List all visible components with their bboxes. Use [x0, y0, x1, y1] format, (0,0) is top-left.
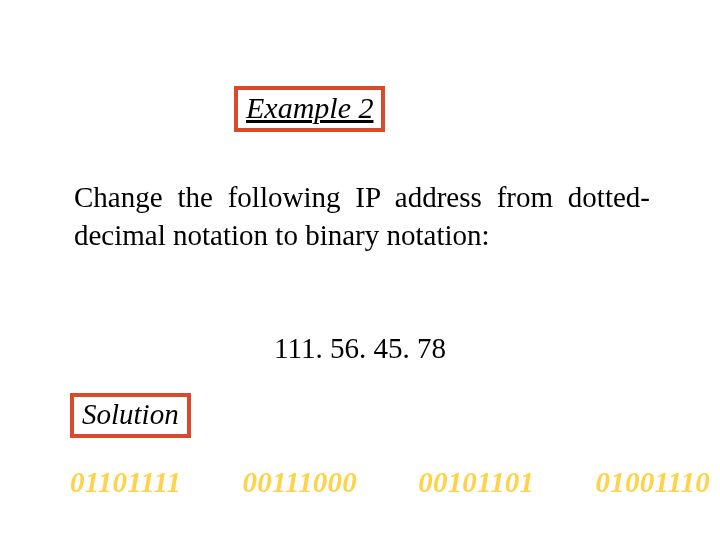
slide: Example 2 Change the following IP addres…: [0, 0, 720, 540]
binary-octet-3: 00101101: [418, 466, 534, 499]
solution-label: Solution: [82, 398, 179, 430]
example-title: Example 2: [246, 91, 373, 124]
solution-label-box: Solution: [70, 393, 191, 438]
example-title-box: Example 2: [234, 86, 385, 132]
ip-address-decimal: 111. 56. 45. 78: [0, 332, 720, 365]
binary-octet-4: 01001110: [596, 466, 710, 499]
binary-octet-2: 00111000: [243, 466, 357, 499]
ip-address-binary: 01101111 00111000 00101101 01001110: [70, 466, 710, 499]
problem-statement: Change the following IP address from dot…: [74, 178, 650, 255]
binary-octet-1: 01101111: [70, 466, 181, 499]
